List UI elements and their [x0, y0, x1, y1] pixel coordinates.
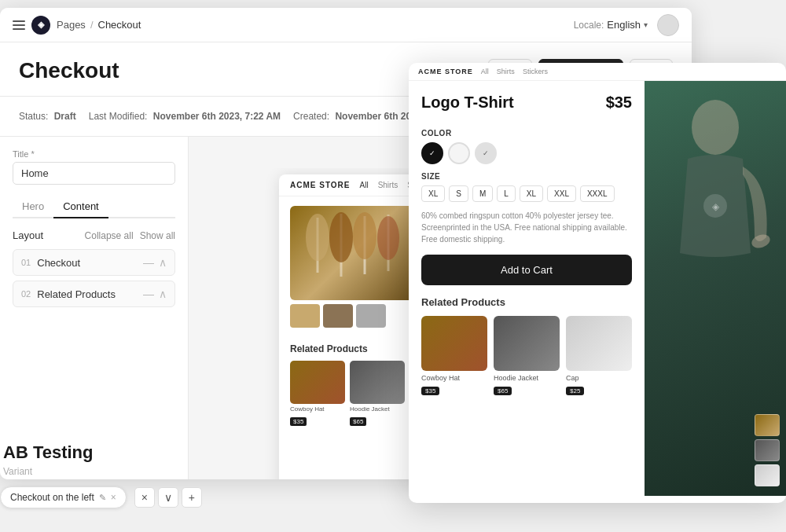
- layout-item-left: 01 Checkout: [21, 257, 80, 269]
- breadcrumb-pages[interactable]: Pages: [57, 19, 86, 31]
- chevron-up-icon-2: ∧: [159, 288, 167, 300]
- nav-left: ◈ Pages / Checkout: [13, 16, 141, 35]
- store-nav-shirts[interactable]: Shirts: [378, 181, 399, 189]
- left-panel: Title * Hero Content Layout Collapse all…: [0, 137, 189, 479]
- thumb-2-back: [323, 304, 353, 328]
- status-value: Draft: [54, 111, 76, 122]
- svg-point-9: [692, 100, 739, 155]
- pwf-related-name-2: Hoodie Jacket: [494, 374, 560, 382]
- pwf-close-button[interactable]: ×: [767, 68, 781, 82]
- size-xl[interactable]: XL: [421, 185, 445, 202]
- pwf-related-item-3: Cap $25: [566, 316, 632, 396]
- pwf-related-badge-2: $65: [494, 387, 512, 395]
- pwf-product-header: Logo T-Shirt $35: [421, 94, 632, 121]
- svg-point-10: [750, 232, 772, 250]
- pwf-related-img-2: [494, 316, 560, 371]
- check-mark: ✓: [483, 149, 489, 157]
- status-label: Status: Draft: [19, 111, 76, 122]
- pwf-thumb-2[interactable]: [755, 439, 780, 461]
- layout-title: Layout: [13, 229, 43, 241]
- size-xxxl[interactable]: XXXL: [580, 185, 615, 202]
- locale-label: Locale:: [574, 20, 604, 31]
- pwf-body: Logo T-Shirt $35 COLOR ✓ ✓ SIZE XL S M L…: [409, 81, 786, 496]
- add-variant-button[interactable]: +: [182, 487, 202, 508]
- pwf-right-panel: ◈: [645, 81, 786, 496]
- layout-item-checkout[interactable]: 01 Checkout — ∧: [13, 249, 175, 276]
- clothes-hanger-svg: [294, 210, 412, 296]
- edit-variant-icon: ✎: [99, 493, 106, 503]
- svg-point-5: [306, 214, 329, 261]
- pwf-related-img-3: [566, 316, 632, 371]
- size-xxl[interactable]: XXL: [547, 185, 576, 202]
- pwf-related-img-1: [421, 316, 487, 371]
- related-item-1-back: Cowboy Hat $35: [290, 361, 345, 427]
- thumb-3-back: [356, 304, 386, 328]
- locale-chevron-icon: ▾: [644, 20, 648, 29]
- swatch-black[interactable]: ✓: [421, 142, 443, 164]
- title-field-label: Title *: [13, 149, 175, 159]
- pwf-thumb-3[interactable]: [755, 464, 780, 486]
- pwf-color-swatches: ✓ ✓: [421, 142, 632, 164]
- status-text-label: Status:: [19, 111, 48, 122]
- close-variant-icon[interactable]: ×: [111, 492, 116, 503]
- pwf-nav-shirts[interactable]: Shirts: [497, 68, 515, 75]
- ab-variant-label: Checkout on the left: [10, 492, 94, 503]
- user-avatar[interactable]: [657, 14, 679, 36]
- pwf-thumb-strip: [755, 414, 780, 486]
- last-modified-value: November 6th 2023, 7:22 AM: [153, 111, 281, 122]
- pwf-left-panel: Logo T-Shirt $35 COLOR ✓ ✓ SIZE XL S M L…: [409, 81, 645, 496]
- last-modified-label: Last Modified:: [89, 111, 148, 122]
- status-info: Status: Draft Last Modified: November 6t…: [19, 111, 463, 122]
- chevron-up-icon: ∧: [159, 256, 167, 269]
- layout-item-left-2: 02 Related Products: [21, 288, 116, 300]
- main-product-image-back: [290, 206, 416, 300]
- collapse-all-button[interactable]: Collapse all: [85, 230, 134, 241]
- pwf-nav-all[interactable]: All: [481, 68, 489, 75]
- ab-variant-tag[interactable]: Checkout on the left ✎ ×: [0, 486, 127, 508]
- size-l[interactable]: L: [497, 185, 516, 202]
- tab-hero[interactable]: Hero: [13, 196, 53, 218]
- tab-content[interactable]: Content: [53, 196, 108, 218]
- pwf-thumb-1[interactable]: [755, 414, 780, 436]
- size-xl2[interactable]: XL: [520, 185, 543, 202]
- layout-actions: Collapse all Show all: [85, 230, 175, 241]
- ab-testing-section: AB Testing Variant Checkout on the left …: [0, 442, 202, 508]
- hamburger-menu[interactable]: [13, 20, 25, 30]
- nav-right: Locale: English ▾: [574, 14, 679, 36]
- pwf-product-title: Logo T-Shirt: [421, 94, 514, 112]
- related-img-2-back: [350, 361, 405, 404]
- pwf-add-to-cart-button[interactable]: Add to Cart: [421, 255, 632, 285]
- move-down-button[interactable]: ∨: [158, 487, 178, 508]
- product-preview-front: ACME STORE All Shirts Stickers × Logo T-…: [409, 63, 786, 503]
- store-nav-all[interactable]: All: [360, 181, 369, 189]
- ab-testing-subtitle: Variant: [0, 466, 202, 477]
- layout-header: Layout Collapse all Show all: [13, 229, 175, 241]
- pwf-color-label: COLOR: [421, 129, 632, 138]
- thumb-row-back: [290, 304, 416, 328]
- page-title: Checkout: [19, 58, 119, 83]
- swatch-gray[interactable]: ✓: [475, 142, 497, 164]
- locale-selector[interactable]: Locale: English ▾: [574, 19, 648, 31]
- store-name-back: ACME STORE: [290, 181, 351, 189]
- svg-point-6: [329, 212, 353, 262]
- size-s[interactable]: S: [449, 185, 468, 202]
- editor-tabs: Hero Content: [13, 196, 175, 218]
- delete-variant-button[interactable]: ×: [134, 487, 155, 508]
- pwf-nav-stickers[interactable]: Stickers: [523, 68, 548, 75]
- pwf-size-label: SIZE: [421, 172, 632, 181]
- pwf-sizes: XL S M L XL XXL XXXL: [421, 185, 632, 202]
- minus-icon: —: [143, 256, 154, 269]
- last-modified: Last Modified: November 6th 2023, 7:22 A…: [89, 111, 281, 122]
- swatch-white[interactable]: [448, 142, 470, 164]
- pwf-store-nav: ACME STORE All Shirts Stickers: [418, 68, 548, 75]
- size-m[interactable]: M: [472, 185, 493, 202]
- show-all-button[interactable]: Show all: [140, 230, 175, 241]
- minus-icon-2: —: [143, 288, 154, 300]
- created-label: Created:: [293, 111, 329, 122]
- pwf-related-grid: Cowboy Hat $35 Hoodie Jacket $65 Cap $25: [421, 316, 632, 396]
- breadcrumb-current: Checkout: [98, 19, 141, 31]
- ab-testing-title: AB Testing: [0, 442, 202, 463]
- layout-item-related-products[interactable]: 02 Related Products — ∧: [13, 281, 175, 307]
- pwf-related-name-3: Cap: [566, 374, 632, 382]
- title-field-input[interactable]: [13, 162, 175, 185]
